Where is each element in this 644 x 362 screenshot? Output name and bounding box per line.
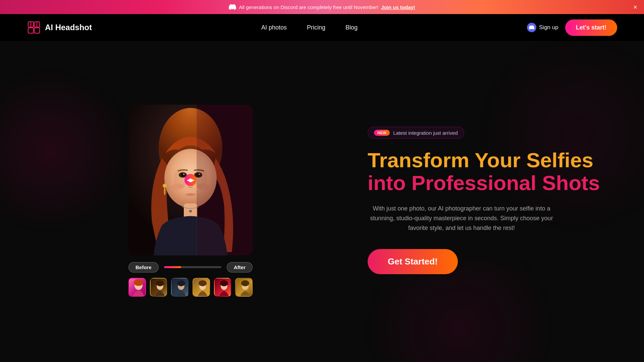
- svg-point-22: [172, 183, 184, 190]
- new-pill: NEW: [374, 130, 390, 136]
- before-label: Before: [128, 262, 159, 273]
- thumbnail-1[interactable]: [128, 278, 146, 297]
- svg-point-39: [199, 280, 207, 286]
- hero-title: Transform Your Selfies into Professional…: [368, 149, 617, 194]
- svg-point-42: [220, 280, 228, 286]
- navbar-nav: AI photos Pricing Blog: [261, 24, 358, 31]
- navbar-actions: Sign up Let's start!: [527, 19, 617, 36]
- hero-subtitle: With just one photo, our AI photographer…: [368, 204, 555, 233]
- nav-blog[interactable]: Blog: [345, 24, 358, 31]
- right-section: NEW Latest integration just arrived Tran…: [354, 41, 644, 360]
- thumbnail-6[interactable]: [235, 278, 253, 297]
- thumbnail-5[interactable]: [214, 278, 231, 297]
- get-started-button[interactable]: Get Started!: [368, 249, 458, 274]
- thumbnail-4[interactable]: [193, 278, 210, 297]
- signup-button[interactable]: Sign up: [527, 23, 558, 32]
- svg-rect-27: [197, 105, 253, 255]
- logo-icon: [27, 20, 41, 35]
- lets-start-button[interactable]: Let's start!: [565, 19, 617, 36]
- before-after-controls: Before After: [128, 262, 253, 273]
- svg-point-36: [177, 280, 185, 286]
- progress-fill: [164, 266, 181, 268]
- thumbnail-3[interactable]: [171, 278, 189, 297]
- nav-pricing[interactable]: Pricing: [307, 24, 325, 31]
- comparison-slider[interactable]: [164, 266, 221, 268]
- discord-icon: [229, 3, 236, 11]
- image-comparison-container: ◀▶: [128, 105, 253, 255]
- svg-point-25: [189, 210, 192, 213]
- svg-point-30: [134, 279, 143, 286]
- svg-point-33: [156, 280, 164, 286]
- thumbnail-strip: [128, 278, 253, 297]
- main-content: ◀▶ Before After: [0, 41, 644, 360]
- left-section: ◀▶ Before After: [0, 41, 354, 360]
- discord-signup-icon: [527, 23, 536, 32]
- banner-close-button[interactable]: ×: [633, 3, 637, 11]
- hero-title-line2: into Professional Shots: [368, 171, 600, 194]
- svg-point-20: [183, 174, 184, 175]
- nav-ai-photos[interactable]: AI photos: [261, 24, 287, 31]
- signup-label: Sign up: [539, 24, 558, 31]
- hero-title-line1: Transform Your Selfies: [368, 148, 593, 172]
- badge-text: Latest integration just arrived: [393, 130, 458, 136]
- thumbnail-2[interactable]: [150, 278, 167, 297]
- top-banner: All generations on Discord are completel…: [0, 0, 644, 14]
- comparison-handle[interactable]: ◀▶: [184, 174, 197, 186]
- logo-text: AI Headshot: [45, 23, 92, 32]
- banner-link[interactable]: Join us today!: [381, 4, 415, 10]
- svg-point-45: [241, 280, 249, 286]
- new-badge: NEW Latest integration just arrived: [368, 127, 464, 139]
- svg-point-24: [163, 184, 167, 188]
- navbar: AI Headshot AI photos Pricing Blog Sign …: [0, 14, 644, 41]
- navbar-logo-area: AI Headshot: [27, 20, 92, 35]
- after-label: After: [227, 262, 253, 273]
- banner-text: All generations on Discord are completel…: [239, 4, 378, 10]
